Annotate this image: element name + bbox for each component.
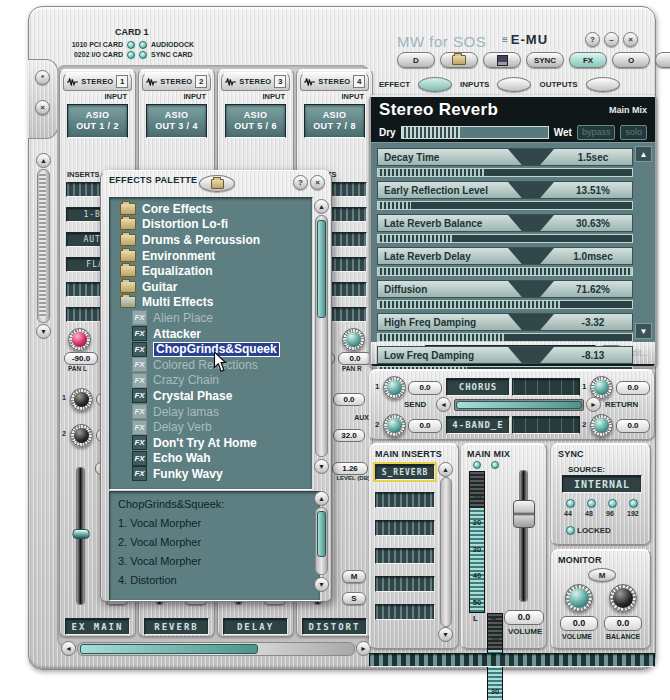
palette-folder[interactable]: Multi Effects xyxy=(110,295,312,311)
view-button-effect[interactable] xyxy=(418,77,452,92)
param-bar[interactable]: Late Reverb Balance30.63% xyxy=(377,214,633,232)
sync-view-button[interactable]: SYNC xyxy=(526,52,564,68)
info-scroll-up-button[interactable]: ▲ xyxy=(314,491,329,506)
strips-scroll-thumb[interactable] xyxy=(39,172,46,318)
hscroll-thumb[interactable] xyxy=(80,644,258,654)
strip-name-display[interactable]: DELAY xyxy=(223,618,288,635)
strip-name-display[interactable]: DISTORT xyxy=(302,618,367,635)
input-display[interactable]: ASIOOUT 1 / 2 xyxy=(67,104,128,138)
palette-item[interactable]: FXColored Reflections xyxy=(110,357,312,373)
aux-effect-display[interactable]: 4-BAND_E xyxy=(446,416,510,434)
palette-item[interactable]: FXEcho Wah xyxy=(110,451,312,467)
master-fader[interactable] xyxy=(520,471,527,601)
dry-wet-slider[interactable] xyxy=(401,126,549,139)
inserts-scrollbar[interactable] xyxy=(440,477,452,627)
output-button[interactable]: O xyxy=(612,52,650,68)
palette-item[interactable]: FXCrazy Chain xyxy=(110,373,312,389)
bypass-button[interactable]: bypass xyxy=(577,125,616,140)
palette-scroll-down-button[interactable]: ▼ xyxy=(314,459,329,474)
strip-tab[interactable]: STEREO1 xyxy=(63,72,132,91)
inserts-scroll-up-button[interactable]: ▲ xyxy=(438,462,453,477)
monitor-balance-knob[interactable] xyxy=(609,584,637,612)
solo-button[interactable]: solo xyxy=(620,125,647,140)
new-session-button[interactable]: D xyxy=(397,52,435,68)
info-scroll-down-button[interactable]: ▼ xyxy=(314,577,329,592)
channel-fader-thumb[interactable] xyxy=(72,529,89,539)
palette-help-button[interactable]: ? xyxy=(293,175,308,190)
palette-item[interactable]: FXChopGrinds&Squeek xyxy=(110,341,312,357)
palette-item[interactable]: FXDon't Try At Home xyxy=(110,435,312,451)
main-insert-slot[interactable] xyxy=(375,492,435,508)
strips-scrollbar[interactable] xyxy=(37,169,50,323)
param-slider[interactable] xyxy=(377,201,633,210)
aux-progress-track[interactable] xyxy=(454,399,584,411)
palette-item[interactable]: FXDelay lamas xyxy=(110,404,312,420)
param-slider[interactable] xyxy=(377,234,633,243)
collapse-all-button[interactable]: × xyxy=(35,100,50,115)
param-slider[interactable] xyxy=(377,300,633,309)
aux-return-knob[interactable] xyxy=(590,414,613,437)
strip-tab[interactable]: STEREO4 xyxy=(300,72,369,91)
palette-folder[interactable]: Equalization xyxy=(110,263,312,279)
palette-folder[interactable]: Drums & Percussion xyxy=(110,232,312,248)
inserts-scroll-down-button[interactable]: ▼ xyxy=(438,627,453,642)
strips-scroll-down-button[interactable]: ▼ xyxy=(36,324,51,339)
params-scroll-up-button[interactable]: ▲ xyxy=(635,146,652,162)
palette-scroll-thumb[interactable] xyxy=(317,220,326,318)
param-bar[interactable]: Early Reflection Level13.51% xyxy=(377,181,633,199)
param-slider[interactable] xyxy=(377,333,633,342)
input-display[interactable]: ASIOOUT 7 / 8 xyxy=(304,104,365,138)
param-bar[interactable]: Low Freq Damping-8.13 xyxy=(377,346,633,364)
palette-item[interactable]: FXDelay Verb xyxy=(110,419,312,435)
param-bar[interactable]: Decay Time1.5sec xyxy=(377,148,633,166)
info-scroll-thumb[interactable] xyxy=(317,511,326,557)
aux-send-knob[interactable] xyxy=(70,424,93,447)
channel-fader[interactable] xyxy=(77,468,84,604)
sync-source-display[interactable]: INTERNAL xyxy=(562,475,642,493)
param-slider[interactable] xyxy=(377,267,633,276)
palette-scrollbar[interactable] xyxy=(315,215,328,457)
monitor-mute-button[interactable]: M xyxy=(588,568,616,582)
main-insert-slot[interactable] xyxy=(375,548,435,564)
minimize-button[interactable]: – xyxy=(604,32,619,47)
pan-knob[interactable] xyxy=(342,328,365,351)
param-bar[interactable]: Late Reverb Delay1.0msec xyxy=(377,247,633,265)
close-button[interactable]: × xyxy=(623,32,638,47)
open-session-button[interactable] xyxy=(440,52,478,68)
palette-item[interactable]: FXFunky Wavy xyxy=(110,466,312,482)
strip-tab[interactable]: STEREO2 xyxy=(142,72,211,91)
palette-folder[interactable]: Core Effects xyxy=(110,201,312,217)
palette-close-button[interactable]: × xyxy=(310,175,325,190)
strip-tab[interactable]: STEREO3 xyxy=(221,72,290,91)
save-session-button[interactable] xyxy=(483,52,521,68)
palette-item[interactable]: FXAttacker xyxy=(110,326,312,342)
aux-next-button[interactable]: ► xyxy=(586,397,601,412)
strip-name-display[interactable]: REVERB xyxy=(144,618,209,635)
info-scrollbar[interactable] xyxy=(315,507,328,575)
main-insert-slot[interactable] xyxy=(375,520,435,536)
palette-item[interactable]: FXCrystal Phase xyxy=(110,388,312,404)
param-slider[interactable] xyxy=(377,168,633,177)
palette-new-folder-button[interactable] xyxy=(199,175,235,192)
param-bar[interactable]: High Freq Damping-3.32 xyxy=(377,313,633,331)
mute-button[interactable]: M xyxy=(342,570,366,583)
aux-send-knob[interactable] xyxy=(383,414,406,437)
pan-knob[interactable] xyxy=(68,328,91,351)
palette-item[interactable]: FXAlien Place xyxy=(110,310,312,326)
hscroll-left-button[interactable]: ◄ xyxy=(61,641,76,656)
main-insert-slot[interactable]: S_REVERB xyxy=(375,464,435,480)
strips-scroll-up-button[interactable]: ▲ xyxy=(36,153,51,168)
view-button-outputs[interactable] xyxy=(586,77,620,92)
aux-send-knob[interactable] xyxy=(70,388,93,411)
palette-folder[interactable]: Distortion Lo-fi xyxy=(110,217,312,233)
aux-prev-button[interactable]: ◄ xyxy=(436,397,451,412)
solo-button[interactable]: S xyxy=(342,592,366,605)
help-button[interactable]: ? xyxy=(585,32,600,47)
input-display[interactable]: ASIOOUT 5 / 6 xyxy=(225,104,286,138)
monitor-volume-knob[interactable] xyxy=(565,584,593,612)
main-insert-slot[interactable] xyxy=(375,604,435,620)
palette-folder[interactable]: Guitar xyxy=(110,279,312,295)
palette-scroll-up-button[interactable]: ▲ xyxy=(314,199,329,214)
more-button[interactable]: ▼ xyxy=(655,52,670,68)
fx-view-button[interactable]: FX xyxy=(569,52,607,68)
